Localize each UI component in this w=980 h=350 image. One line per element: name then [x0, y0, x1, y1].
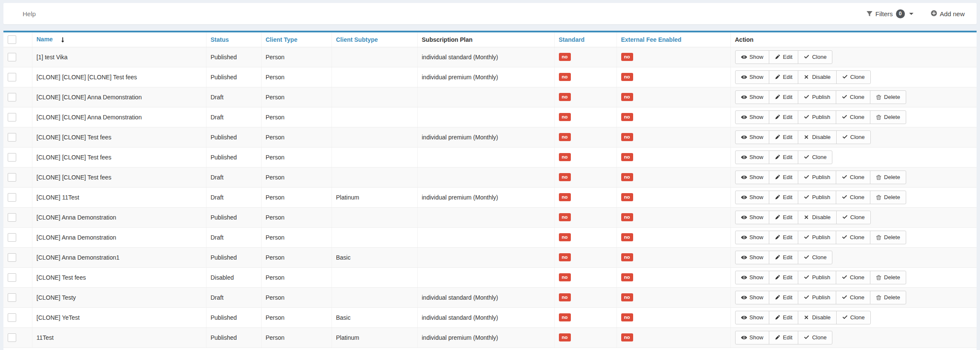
column-header-status[interactable]: Status: [206, 32, 261, 47]
row-checkbox[interactable]: [8, 213, 16, 222]
eye-icon: [741, 315, 747, 321]
edit-button[interactable]: Edit: [769, 231, 798, 244]
delete-button[interactable]: Delete: [870, 171, 906, 184]
edit-button[interactable]: Edit: [769, 130, 798, 144]
cell-subscription-plan: individual premium (Monthly): [417, 327, 554, 347]
disable-button[interactable]: Disable: [798, 130, 836, 144]
publish-button[interactable]: Publish: [798, 171, 836, 184]
edit-button[interactable]: Edit: [769, 90, 798, 104]
row-checkbox[interactable]: [8, 173, 16, 182]
cell-name: [CLONE] YeTest: [32, 307, 206, 327]
add-new-button[interactable]: Add new: [931, 10, 965, 18]
show-button[interactable]: Show: [735, 90, 770, 104]
clone-button[interactable]: Clone: [798, 150, 832, 164]
row-checkbox[interactable]: [8, 113, 16, 121]
edit-button[interactable]: Edit: [769, 150, 798, 164]
clone-button[interactable]: Clone: [836, 291, 870, 304]
clone-button[interactable]: Clone: [798, 331, 832, 344]
clone-button[interactable]: Clone: [836, 171, 870, 184]
clone-button[interactable]: Clone: [836, 130, 871, 144]
standard-badge-cell: no: [554, 107, 616, 127]
clone-button[interactable]: Clone: [836, 311, 871, 324]
delete-button[interactable]: Delete: [870, 231, 906, 244]
column-label: Status: [211, 36, 229, 43]
edit-button[interactable]: Edit: [769, 211, 798, 224]
edit-button[interactable]: Edit: [769, 291, 798, 304]
clone-button[interactable]: Clone: [836, 271, 870, 284]
clone-button[interactable]: Clone: [836, 231, 870, 244]
column-header-external-fee-enabled[interactable]: External Fee Enabled: [616, 32, 730, 47]
row-checkbox[interactable]: [8, 313, 16, 322]
select-all-checkbox[interactable]: [8, 35, 16, 44]
show-button[interactable]: Show: [735, 271, 770, 284]
row-checkbox[interactable]: [8, 133, 16, 142]
filters-button[interactable]: Filters 0: [867, 9, 913, 18]
row-checkbox[interactable]: [8, 253, 16, 262]
clone-button[interactable]: Clone: [836, 110, 870, 124]
show-button[interactable]: Show: [735, 231, 770, 244]
help-link[interactable]: Help: [23, 10, 36, 17]
disable-button[interactable]: Disable: [798, 211, 836, 224]
show-button[interactable]: Show: [735, 291, 770, 304]
disable-button[interactable]: Disable: [798, 70, 836, 84]
show-button[interactable]: Show: [735, 251, 770, 264]
edit-button[interactable]: Edit: [769, 171, 798, 184]
clone-button[interactable]: Clone: [798, 50, 832, 64]
publish-button[interactable]: Publish: [798, 110, 836, 124]
column-header-client-subtype[interactable]: Client Subtype: [332, 32, 417, 47]
column-header-name[interactable]: Name: [32, 32, 206, 47]
button-label: Show: [750, 334, 764, 341]
publish-button[interactable]: Publish: [798, 271, 836, 284]
edit-button[interactable]: Edit: [769, 251, 798, 264]
row-checkbox[interactable]: [8, 73, 16, 81]
publish-button[interactable]: Publish: [798, 191, 836, 204]
delete-button[interactable]: Delete: [870, 291, 906, 304]
edit-button[interactable]: Edit: [769, 191, 798, 204]
edit-button[interactable]: Edit: [769, 311, 798, 324]
check-icon: [842, 214, 848, 220]
cell-client-subtype: [332, 207, 417, 227]
delete-button[interactable]: Delete: [870, 191, 906, 204]
column-header-standard[interactable]: Standard: [554, 32, 616, 47]
edit-button[interactable]: Edit: [769, 271, 798, 284]
cell-action: ShowEditDisableClone: [730, 207, 977, 227]
delete-button[interactable]: Delete: [870, 271, 906, 284]
cell-subscription-plan: individual standard (Monthly): [417, 307, 554, 327]
show-button[interactable]: Show: [735, 171, 770, 184]
clone-button[interactable]: Clone: [798, 251, 832, 264]
show-button[interactable]: Show: [735, 311, 770, 324]
edit-button[interactable]: Edit: [769, 70, 798, 84]
delete-button[interactable]: Delete: [870, 110, 906, 124]
row-checkbox[interactable]: [8, 333, 16, 342]
publish-button[interactable]: Publish: [798, 90, 836, 104]
row-checkbox[interactable]: [8, 273, 16, 282]
row-checkbox[interactable]: [8, 293, 16, 302]
edit-button[interactable]: Edit: [769, 331, 798, 344]
show-button[interactable]: Show: [735, 191, 770, 204]
edit-button[interactable]: Edit: [769, 110, 798, 124]
show-button[interactable]: Show: [735, 50, 770, 64]
show-button[interactable]: Show: [735, 70, 770, 84]
show-button[interactable]: Show: [735, 150, 770, 164]
column-header-client-type[interactable]: Client Type: [261, 32, 332, 47]
publish-button[interactable]: Publish: [798, 231, 836, 244]
show-button[interactable]: Show: [735, 331, 770, 344]
publish-button[interactable]: Publish: [798, 291, 836, 304]
disable-button[interactable]: Disable: [798, 311, 836, 324]
clone-button[interactable]: Clone: [836, 191, 870, 204]
show-button[interactable]: Show: [735, 110, 770, 124]
clone-button[interactable]: Clone: [836, 90, 870, 104]
show-button[interactable]: Show: [735, 211, 770, 224]
cell-client-subtype: Platinum: [332, 187, 417, 207]
clone-button[interactable]: Clone: [836, 211, 871, 224]
delete-button[interactable]: Delete: [870, 90, 906, 104]
button-label: Edit: [783, 174, 792, 180]
show-button[interactable]: Show: [735, 130, 770, 144]
row-checkbox[interactable]: [8, 233, 16, 242]
row-checkbox[interactable]: [8, 53, 16, 61]
row-checkbox[interactable]: [8, 153, 16, 162]
row-checkbox[interactable]: [8, 193, 16, 202]
edit-button[interactable]: Edit: [769, 50, 798, 64]
clone-button[interactable]: Clone: [836, 70, 871, 84]
row-checkbox[interactable]: [8, 93, 16, 101]
